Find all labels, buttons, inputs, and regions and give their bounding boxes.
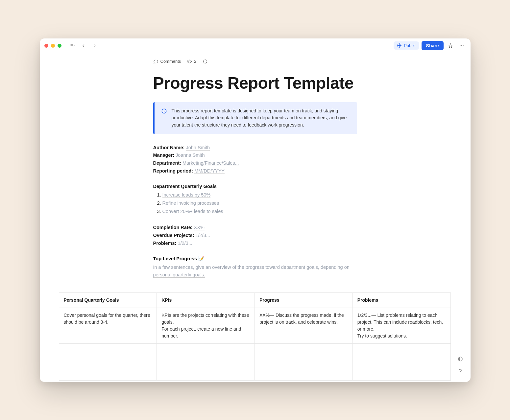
- svg-point-4: [189, 61, 190, 62]
- progress-table-wrap: Personal Quarterly Goals KPIs Progress P…: [59, 292, 451, 381]
- titlebar-left: [44, 41, 99, 50]
- department-label: Department:: [153, 160, 181, 166]
- goals-heading: Department Quarterly Goals: [153, 184, 357, 189]
- completion-value: XX%: [194, 225, 205, 230]
- problems-value: 1/2/3...: [178, 241, 192, 246]
- department-value: Marketing/Finance/Sales...: [182, 160, 239, 166]
- author-value: John Smith: [186, 145, 210, 151]
- info-callout: This progress report template is designe…: [153, 102, 357, 134]
- th-kpis: KPIs: [157, 293, 255, 308]
- minimize-window-button[interactable]: [51, 44, 55, 48]
- svg-point-1: [460, 45, 460, 46]
- overdue-label: Overdue Projects:: [153, 233, 194, 238]
- progress-table: Personal Quarterly Goals KPIs Progress P…: [59, 292, 451, 381]
- author-field[interactable]: Author Name: John Smith: [153, 144, 357, 152]
- refresh-button[interactable]: [203, 59, 208, 64]
- period-label: Reporting period:: [153, 168, 193, 174]
- page-title: Progress Report Template: [153, 74, 357, 92]
- callout-text: This progress report template is designe…: [172, 107, 351, 129]
- completion-label: Completion Rate:: [153, 225, 193, 230]
- svg-point-3: [463, 45, 463, 46]
- view-count: 2: [194, 59, 196, 64]
- document-inner: Comments 2 Progress Report Template This…: [153, 59, 357, 279]
- goal-item-1[interactable]: Increase leads by 50%: [162, 191, 357, 199]
- period-field[interactable]: Reporting period: MM/DD/YYYY: [153, 167, 357, 175]
- cell-progress[interactable]: XX%— Discuss the progress made, if the p…: [255, 308, 353, 344]
- problems-label: Problems:: [153, 241, 177, 246]
- cell-goals[interactable]: Cover personal goals for the quarter, th…: [59, 308, 157, 344]
- cell-kpis[interactable]: KPIs are the projects correlating with t…: [157, 308, 255, 344]
- table-row[interactable]: Cover personal goals for the quarter, th…: [59, 308, 450, 344]
- stats-fields: Completion Rate: XX% Overdue Projects: 1…: [153, 224, 357, 247]
- problems-field[interactable]: Problems: 1/2/3...: [153, 240, 357, 247]
- meta-row: Comments 2: [153, 59, 357, 64]
- maximize-window-button[interactable]: [58, 44, 61, 48]
- star-icon: [448, 43, 453, 48]
- table-row-empty[interactable]: [59, 362, 450, 381]
- completion-field[interactable]: Completion Rate: XX%: [153, 224, 357, 232]
- traffic-lights: [44, 44, 61, 48]
- author-label: Author Name:: [153, 145, 185, 150]
- table-row-empty[interactable]: [59, 344, 450, 362]
- app-window: Public Share Comments 2: [40, 38, 471, 382]
- goals-list: Increase leads by 50% Refine invoicing p…: [162, 191, 357, 215]
- globe-icon: [397, 43, 402, 48]
- th-goals: Personal Quarterly Goals: [59, 293, 157, 308]
- titlebar-right: Public Share: [394, 41, 466, 50]
- eye-icon: [187, 59, 192, 64]
- comments-label: Comments: [160, 59, 181, 64]
- department-field[interactable]: Department: Marketing/Finance/Sales...: [153, 159, 357, 167]
- progress-heading: Top Level Progress 📝: [153, 256, 357, 262]
- nav-back-button[interactable]: [79, 41, 88, 50]
- nav-forward-button[interactable]: [90, 41, 99, 50]
- theme-toggle-button[interactable]: ◐: [456, 354, 465, 363]
- share-button[interactable]: Share: [422, 41, 444, 50]
- floating-actions: ◐ ?: [456, 354, 465, 376]
- close-window-button[interactable]: [44, 44, 48, 48]
- manager-field[interactable]: Manager: Joanna Smith: [153, 152, 357, 159]
- manager-label: Manager:: [153, 152, 174, 158]
- comments-button[interactable]: Comments: [153, 59, 181, 64]
- goal-item-3[interactable]: Convert 20%+ leads to sales: [162, 207, 357, 216]
- cell-problems[interactable]: 1/2/3...— List problems relating to each…: [352, 308, 450, 344]
- comment-icon: [153, 59, 158, 64]
- help-button[interactable]: ?: [456, 367, 465, 376]
- sidebar-toggle-button[interactable]: [68, 41, 77, 50]
- svg-point-2: [461, 45, 462, 46]
- public-label: Public: [404, 43, 415, 48]
- goal-item-2[interactable]: Refine invoicing processes: [162, 199, 357, 207]
- overdue-field[interactable]: Overdue Projects: 1/2/3...: [153, 232, 357, 240]
- info-icon: [161, 108, 167, 114]
- titlebar: Public Share: [40, 38, 471, 53]
- refresh-icon: [203, 59, 208, 64]
- progress-placeholder[interactable]: In a few sentences, give an overview of …: [153, 264, 357, 279]
- public-badge[interactable]: Public: [394, 41, 419, 50]
- dots-icon: [459, 43, 464, 48]
- views-indicator[interactable]: 2: [187, 59, 196, 64]
- th-problems: Problems: [352, 293, 450, 308]
- manager-value: Joanna Smith: [176, 152, 205, 158]
- more-menu-button[interactable]: [457, 41, 466, 50]
- overdue-value: 1/2/3...: [195, 233, 210, 238]
- document-content: Comments 2 Progress Report Template This…: [40, 53, 471, 382]
- period-value: MM/DD/YYYY: [194, 168, 225, 174]
- star-button[interactable]: [446, 41, 455, 50]
- th-progress: Progress: [255, 293, 353, 308]
- table-header-row: Personal Quarterly Goals KPIs Progress P…: [59, 293, 450, 308]
- author-fields: Author Name: John Smith Manager: Joanna …: [153, 144, 357, 175]
